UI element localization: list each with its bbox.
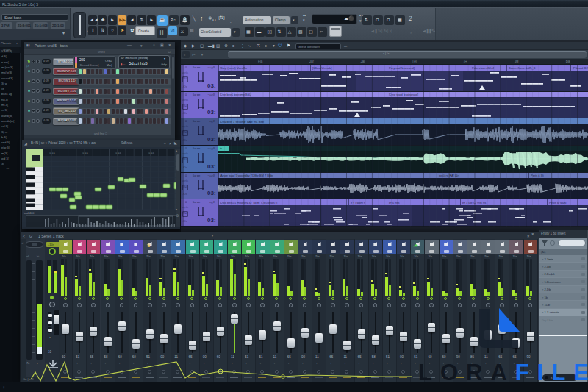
svg-text:5 1a: 5 1a: [115, 151, 122, 154]
svg-text:5 1a: 5 1a: [49, 151, 56, 154]
svg-text:5 1a: 5 1a: [148, 151, 155, 154]
svg-text:5 1a: 5 1a: [82, 151, 89, 154]
